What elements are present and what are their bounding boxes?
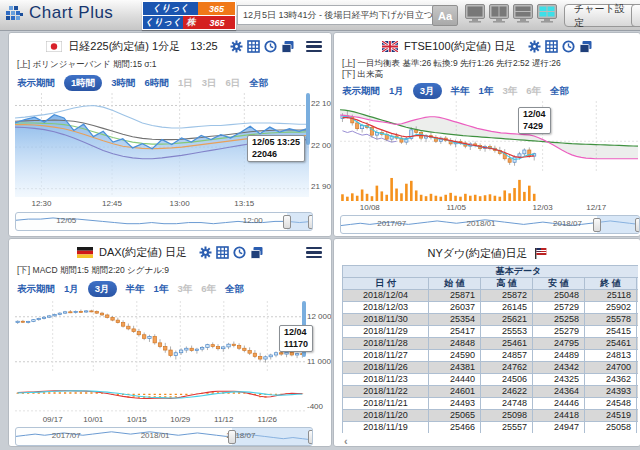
navigator-handle[interactable] bbox=[308, 430, 313, 444]
navigator[interactable]: 2017/072018/012018/07 bbox=[15, 427, 313, 446]
clock-icon[interactable] bbox=[233, 246, 246, 259]
value-cell: 2170 bbox=[637, 386, 639, 398]
layers-icon[interactable] bbox=[579, 40, 592, 53]
table-row[interactable]: 2018/12/03260372614525729259027173 bbox=[343, 302, 639, 314]
x-axis-label: 09/17 bbox=[43, 415, 63, 424]
panel-toolbar bbox=[199, 246, 263, 259]
table-row[interactable]: 2018/12/04258712587225048251185707 bbox=[343, 290, 639, 302]
gear-icon[interactable] bbox=[199, 246, 212, 259]
table-row[interactable]: 2018/11/29254172555325279254153520 bbox=[343, 326, 639, 338]
clock-icon[interactable] bbox=[562, 40, 575, 53]
value-cell: 25553 bbox=[481, 326, 533, 338]
value-cell: 25557 bbox=[481, 422, 533, 434]
table-icon[interactable] bbox=[216, 246, 229, 259]
table-icon[interactable] bbox=[545, 40, 558, 53]
period-button[interactable]: 1年 bbox=[479, 85, 494, 98]
x-axis-label: 11/26 bbox=[258, 415, 277, 424]
period-button[interactable]: 半年 bbox=[126, 283, 145, 296]
y-axis-label: 22 100 bbox=[311, 99, 332, 108]
uk-flag-icon bbox=[382, 41, 398, 52]
value-cell: 24440 bbox=[429, 374, 481, 386]
table-column-header[interactable]: 出来高 bbox=[637, 278, 639, 290]
table-column-header[interactable]: 安 値 bbox=[533, 278, 585, 290]
value-cell: 25258 bbox=[533, 314, 585, 326]
layers-icon[interactable] bbox=[281, 40, 294, 53]
table-row[interactable]: 2018/11/28248482546124795254613563 bbox=[343, 338, 639, 350]
font-size-button[interactable]: Aa bbox=[432, 5, 458, 26]
panel-title: FTSE100(約定値) 日足 bbox=[404, 39, 516, 54]
menu-icon[interactable] bbox=[306, 41, 322, 52]
menu-icon[interactable] bbox=[306, 247, 322, 258]
value-cell: 1472 bbox=[637, 374, 639, 386]
period-button[interactable]: 3月 bbox=[88, 281, 117, 297]
layout-switcher bbox=[465, 4, 557, 24]
x-axis-labels: 10/0811/0512/0312/17 bbox=[340, 203, 638, 213]
value-cell: 25415 bbox=[585, 326, 637, 338]
x-axis-label: 11/12 bbox=[214, 415, 233, 424]
price-table-wrapper[interactable]: 基本データ 日 付始 値高 値安 値終 値出来高 2018/12/0425871… bbox=[342, 265, 638, 433]
layers-icon[interactable] bbox=[250, 246, 263, 259]
period-button[interactable]: 全部 bbox=[249, 77, 268, 90]
table-row[interactable]: 2018/11/23244402450624325243621472 bbox=[343, 374, 639, 386]
period-button[interactable]: 1月 bbox=[64, 283, 79, 296]
table-row[interactable]: 2018/11/22246012462224364243932170 bbox=[343, 386, 639, 398]
table-scroll-left-button[interactable]: ‹ bbox=[344, 435, 348, 447]
dax-chart[interactable]: 12/04 11170 bbox=[15, 301, 305, 413]
period-selector: 表示期間 1月3月半年1年3年6年全部 bbox=[17, 281, 244, 297]
navigator-handle[interactable] bbox=[228, 430, 236, 444]
x-axis-label: 13:00 bbox=[170, 199, 190, 208]
value-cell: 24418 bbox=[533, 410, 585, 422]
chart-settings-button[interactable]: チャート設定 bbox=[564, 4, 640, 27]
period-button[interactable]: 全部 bbox=[550, 85, 569, 98]
table-column-header[interactable]: 日 付 bbox=[343, 278, 429, 290]
navigator-handle[interactable] bbox=[635, 218, 640, 232]
period-button[interactable]: 半年 bbox=[451, 85, 470, 98]
navigator-handle[interactable] bbox=[308, 215, 313, 229]
table-column-header[interactable]: 始 値 bbox=[429, 278, 481, 290]
table-row[interactable]: 2018/11/27245902485724489248133146 bbox=[343, 350, 639, 362]
navigator-handle[interactable] bbox=[283, 215, 291, 229]
table-icon[interactable] bbox=[247, 40, 260, 53]
gear-icon[interactable] bbox=[230, 40, 243, 53]
table-row[interactable]: 2018/11/26243812476224342247004187 bbox=[343, 362, 639, 374]
table-row[interactable]: 2018/11/30253542562125258255782438 bbox=[343, 314, 639, 326]
navigator-selection[interactable] bbox=[597, 216, 639, 233]
panel-toolbar bbox=[230, 40, 294, 53]
value-cell: 3146 bbox=[637, 350, 639, 362]
gear-icon[interactable] bbox=[528, 40, 541, 53]
table-row[interactable]: 2018/11/21244932474824446245483434 bbox=[343, 398, 639, 410]
period-button[interactable]: 1月 bbox=[389, 85, 404, 98]
quad-layout-active-icon[interactable] bbox=[537, 4, 557, 24]
news-ticker: 12月5日 13時41分 - 後場日経平均下げが目立つ bbox=[237, 5, 439, 25]
panel-title: NYダウ(約定値)日足 bbox=[427, 246, 527, 261]
table-header-row: 日 付始 値高 値安 値終 値出来高 bbox=[343, 278, 639, 290]
navigator[interactable]: 12/0512:00 bbox=[15, 212, 313, 231]
ftse-chart[interactable]: 12/04 7429 bbox=[340, 101, 638, 201]
value-cell: 25058 bbox=[585, 422, 637, 434]
period-button[interactable]: 1時間 bbox=[64, 75, 102, 91]
single-layout-icon[interactable] bbox=[465, 4, 485, 24]
table-group-header: 基本データ bbox=[343, 266, 639, 278]
value-cell: 25466 bbox=[429, 422, 481, 434]
table-column-header[interactable]: 高 値 bbox=[481, 278, 533, 290]
table-row[interactable]: 2018/11/19254662555724947250583609 bbox=[343, 422, 639, 434]
value-cell: 24362 bbox=[585, 374, 637, 386]
y-axis-scrollbar[interactable] bbox=[306, 93, 310, 145]
navigator-handle[interactable] bbox=[593, 218, 601, 232]
x-axis-label: 12:30 bbox=[31, 199, 51, 208]
clipped-button[interactable]: ト bbox=[631, 4, 640, 27]
period-button[interactable]: 1年 bbox=[154, 283, 169, 296]
navigator[interactable]: 2017/072018/012018/07 bbox=[340, 215, 640, 234]
table-column-header[interactable]: 終 値 bbox=[585, 278, 637, 290]
period-button[interactable]: 3月 bbox=[413, 83, 442, 99]
period-button[interactable]: 全部 bbox=[225, 283, 244, 296]
period-button[interactable]: 6時間 bbox=[145, 77, 169, 90]
value-cell: 24590 bbox=[429, 350, 481, 362]
two-column-layout-icon[interactable] bbox=[489, 4, 509, 24]
clock-icon[interactable] bbox=[264, 40, 277, 53]
period-button[interactable]: 3時間 bbox=[111, 77, 135, 90]
two-row-layout-icon[interactable] bbox=[513, 4, 533, 24]
nikkei-chart[interactable]: 12/05 13:25 22046 bbox=[15, 93, 309, 197]
period-selector: 表示期間 1時間3時間6時間1日3日6日全部 bbox=[17, 75, 268, 91]
table-row[interactable]: 2018/11/20250652509824418245196213 bbox=[343, 410, 639, 422]
